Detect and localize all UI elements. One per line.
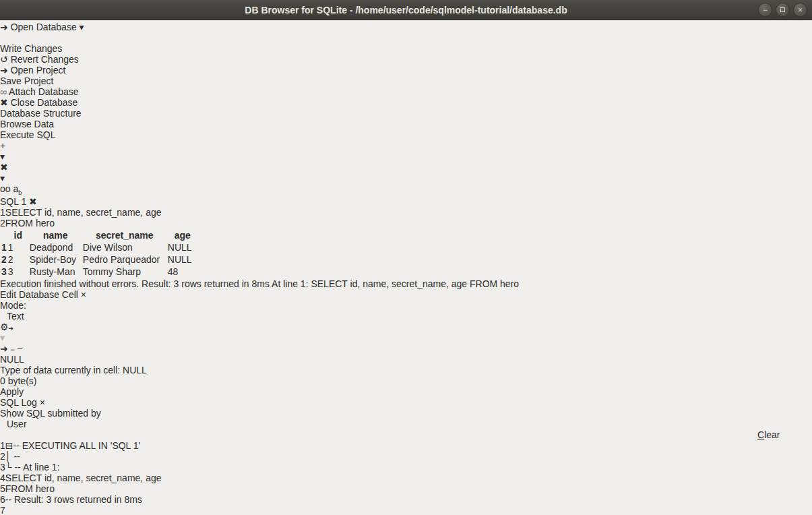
code-line: 1SELECT id, name, secret_name, age (0, 207, 812, 218)
apply-button: Apply (0, 386, 812, 397)
gear-icon: ⚙➜ (0, 322, 13, 332)
table-row[interactable]: 33Rusty-ManTommy Sharp48 (1, 266, 197, 277)
open-external-icon[interactable]: ➜ (0, 343, 8, 354)
table-cell[interactable]: Spider-Boy (30, 254, 82, 265)
log-filter-label: Show SQL submitted by (0, 408, 101, 419)
log-filter-row: Show SQL submitted by User Clear (0, 408, 812, 440)
code-line: 2FROM hero (0, 218, 812, 229)
cell-editor[interactable]: NULL (0, 354, 812, 365)
code-line: 6-- Result: 3 rows returned in 8ms (0, 494, 812, 505)
copy-link-icon[interactable]: ∞ (11, 343, 15, 354)
revert-changes-button: ↺ Revert Changes (0, 54, 812, 65)
row-header[interactable]: 3 (1, 266, 7, 277)
mode-row: Mode: Text ⚙➜ (0, 300, 812, 332)
close-dock-icon[interactable]: × (40, 397, 45, 408)
column-header-id[interactable]: id (8, 230, 28, 241)
cell-value: NULL (0, 354, 24, 365)
row-header[interactable]: 2 (1, 254, 7, 265)
close-dock-icon[interactable]: × (81, 289, 86, 300)
sql-tab-close-icon[interactable]: ✖ (29, 196, 37, 207)
table-row[interactable]: 22Spider-BoyPedro ParqueadorNULL (1, 254, 197, 265)
sql-toolbar: + ▾ ✖ ▾ oo ab (0, 140, 812, 196)
table-cell[interactable]: Rusty-Man (30, 266, 82, 277)
import-data-icon: ▾ (0, 332, 812, 343)
minimize-button[interactable]: − (758, 3, 772, 17)
cell-type-info: Type of data currently in cell: NULL (0, 365, 812, 375)
results-table[interactable]: idnamesecret_nameage11DeadpondDive Wilso… (0, 229, 199, 278)
sql-tab[interactable]: SQL 1 ✖ (0, 196, 812, 207)
sql-log-view[interactable]: 1⊟-- EXECUTING ALL IN 'SQL 1'2│ --3└ -- … (0, 440, 812, 515)
clear-log-button[interactable]: Clear (757, 429, 812, 440)
auto-switch-mode-button[interactable]: ⚙➜ (0, 322, 812, 332)
sql-log-title: SQL Log (0, 397, 37, 408)
code-line: 2│ -- (0, 451, 812, 462)
row-header[interactable]: 1 (1, 242, 7, 253)
column-header-age[interactable]: age (168, 230, 197, 241)
execution-message: Execution finished without errors. Resul… (0, 278, 812, 289)
cell-editor-toolbar: ▾ ➜ ∞ − (0, 332, 812, 354)
table-cell[interactable]: NULL (168, 254, 197, 265)
close-database-icon: ✖ (0, 97, 8, 108)
code-line: 5FROM hero (0, 483, 812, 494)
title-bar: DB Browser for SQLite - /home/user/code/… (0, 0, 812, 20)
tab-browse-data[interactable]: Browse Data (0, 119, 812, 129)
window-controls: − × (758, 3, 807, 17)
execute-sql-panel: + ▾ ✖ ▾ oo ab SQL 1 ✖ 1SELECT id, name, … (0, 140, 812, 289)
revert-changes-icon: ↺ (0, 54, 8, 65)
right-dock: Edit Database Cell × Mode: Text ⚙➜ ▾ ➜ ∞… (0, 289, 812, 515)
window-title: DB Browser for SQLite - /home/user/code/… (245, 5, 567, 16)
open-database-icon: ➜ (0, 22, 8, 32)
write-changes-button: Write Changes (0, 43, 812, 54)
close-database-button[interactable]: ✖ Close Database (0, 97, 812, 108)
open-sql-tab-icon[interactable]: + (0, 140, 5, 151)
table-cell[interactable]: 48 (168, 266, 197, 277)
table-cell[interactable]: NULL (168, 242, 197, 253)
maximize-icon (780, 7, 785, 12)
code-line: 4SELECT id, name, secret_name, age (0, 473, 812, 483)
table-cell[interactable]: Pedro Parqueador (83, 254, 166, 265)
find-icon[interactable]: oo (0, 183, 11, 194)
table-cell[interactable]: Tommy Sharp (83, 266, 166, 277)
open-project-icon: ➜ (0, 65, 8, 75)
sql-log-dock-title: SQL Log × (0, 397, 812, 408)
table-cell[interactable]: Dive Wilson (83, 242, 166, 253)
sql-tab-label: SQL 1 (0, 196, 26, 207)
save-project-button[interactable]: Save Project (0, 75, 812, 86)
stop-execution-icon: ✖ (0, 162, 8, 173)
edit-cell-dock-title: Edit Database Cell × (0, 289, 812, 300)
column-header-secret_name[interactable]: secret_name (83, 230, 166, 241)
table-cell[interactable]: 1 (8, 242, 28, 253)
main-toolbar: + New Database ➜ Open Database ▾ Write C… (0, 11, 812, 108)
close-button[interactable]: × (793, 3, 807, 17)
edit-cell-title: Edit Database Cell (0, 289, 78, 300)
table-cell[interactable]: Deadpond (30, 242, 82, 253)
replace-icon[interactable]: ab (13, 183, 22, 194)
table-cell[interactable]: 2 (8, 254, 28, 265)
tab-execute-sql[interactable]: Execute SQL (0, 129, 812, 140)
set-null-icon: − (17, 343, 22, 354)
open-project-button[interactable]: ➜ Open Project (0, 65, 812, 75)
mode-label: Mode: (0, 300, 26, 311)
attach-database-icon: ∞ (0, 86, 7, 97)
sql-editor[interactable]: 1SELECT id, name, secret_name, age2FROM … (0, 207, 812, 229)
attach-database-button[interactable]: ∞ Attach Database (0, 86, 812, 97)
code-line: 3└ -- At line 1: (0, 462, 812, 473)
corner-header[interactable] (1, 230, 7, 241)
table-cell[interactable]: 3 (8, 266, 28, 277)
results-grid: idnamesecret_nameage11DeadpondDive Wilso… (0, 229, 812, 278)
table-row[interactable]: 11DeadpondDive WilsonNULL (1, 242, 197, 253)
cell-size-info: 0 byte(s) (0, 375, 812, 386)
maximize-button[interactable] (776, 3, 790, 17)
code-line: 7 (0, 505, 812, 515)
main-tab-bar: Database Structure Browse Data Execute S… (0, 108, 812, 140)
db-browser-window: { "window": { "title": "DB Browser for S… (0, 0, 812, 515)
log-filter-select[interactable]: User (7, 419, 77, 429)
mode-select[interactable]: Text (7, 311, 66, 322)
save-results-icon[interactable]: ▾ (0, 173, 812, 183)
column-header-name[interactable]: name (30, 230, 82, 241)
code-line: 1⊟-- EXECUTING ALL IN 'SQL 1' (0, 440, 812, 451)
tab-database-structure[interactable]: Database Structure (0, 108, 812, 119)
save-sql-file-icon[interactable]: ▾ (0, 151, 812, 162)
open-database-dropdown-arrow[interactable]: ▾ (80, 22, 84, 32)
open-database-button[interactable]: ➜ Open Database ▾ (0, 22, 812, 32)
